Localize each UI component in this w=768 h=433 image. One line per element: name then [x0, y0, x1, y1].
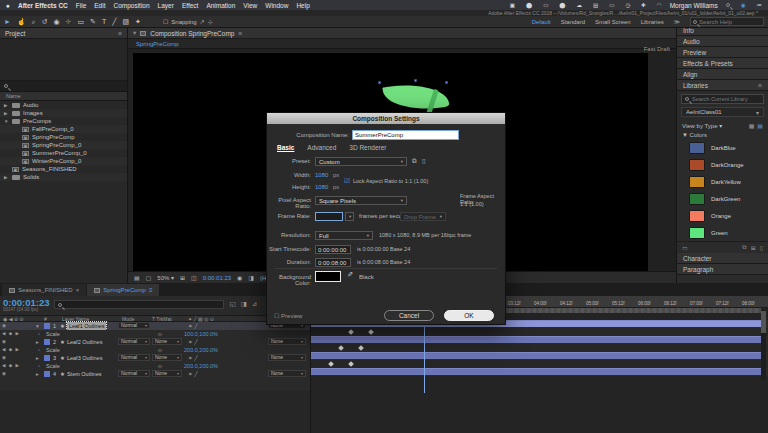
wifi-icon[interactable]: ◠	[657, 2, 662, 8]
screen-icon[interactable]: ▭	[609, 2, 614, 8]
layer-bar-leaf2[interactable]	[311, 336, 761, 343]
workspace-default[interactable]: Default	[532, 19, 551, 25]
stopwatch-icon[interactable]: ◔	[37, 330, 40, 338]
av-toggles[interactable]: ◉	[2, 322, 8, 330]
snapping-checkbox[interactable]: ☐	[163, 18, 168, 25]
snapshot-icon[interactable]: ◉	[237, 274, 242, 281]
lock-aspect-checkbox[interactable]: ☑	[344, 177, 350, 185]
layer-name[interactable]: Leaf1 Outlines	[67, 322, 106, 330]
tab-basic[interactable]: Basic	[277, 144, 294, 151]
camera-tool-icon[interactable]: ◉	[53, 16, 59, 27]
property-name[interactable]: Scale	[46, 362, 60, 370]
blend-mode-select[interactable]: Normal▾	[118, 322, 150, 329]
layer-name[interactable]: Leaf2 Outlines	[67, 338, 102, 346]
color-swatch[interactable]	[689, 227, 705, 239]
stopwatch-icon[interactable]: ◔	[37, 362, 40, 370]
help-search-box[interactable]: Search Help	[690, 17, 764, 26]
property-row-scale-leaf3[interactable]: ◀ ◆ ▶ ◔ Scale ∞ 200.0,200.0%	[0, 362, 310, 370]
width-value[interactable]: 1080	[315, 172, 328, 178]
monitor-icon[interactable]: ▭	[543, 2, 548, 8]
panel-character[interactable]: Character	[683, 255, 712, 262]
layer-switches[interactable]: ✦ ╱	[188, 322, 197, 330]
library-search-box[interactable]: Search Current Library	[681, 94, 764, 104]
snap-grid-icon[interactable]: ⊹	[208, 18, 213, 25]
layer-switches[interactable]: ✦ ╱	[188, 338, 197, 346]
zoom-tool-icon[interactable]: ⌕	[32, 16, 36, 27]
delete-icon[interactable]: ▯	[760, 244, 763, 251]
preview-checkbox[interactable]: ☐	[274, 313, 279, 319]
puppet-tool-icon[interactable]: ✦	[135, 16, 141, 27]
menu-effect[interactable]: Effect	[182, 2, 199, 9]
project-item-springprecomp0[interactable]: ▣ SpringPreComp_0	[0, 141, 127, 149]
comp-current-time[interactable]: 0:00:01:23	[203, 275, 231, 281]
ok-button[interactable]: OK	[444, 310, 494, 321]
brush-tool-icon[interactable]: ╱	[112, 16, 116, 27]
menu-help[interactable]: Help	[296, 2, 309, 9]
color-swatch[interactable]	[689, 159, 705, 171]
selection-handle[interactable]	[378, 81, 381, 84]
leaf-shape[interactable]	[382, 79, 449, 116]
selection-handle[interactable]	[445, 81, 448, 84]
composition-mini-flowchart-icon[interactable]: ◱	[229, 300, 235, 308]
layer-color-swatch[interactable]	[44, 371, 50, 377]
cloud-icon[interactable]: ☁	[577, 2, 583, 8]
plus-icon[interactable]: ✚	[641, 2, 646, 8]
mask-toggle-icon[interactable]: ◫	[191, 274, 197, 281]
screen-icon[interactable]: ▢	[146, 274, 152, 281]
property-row-scale-leaf1[interactable]: ◀ ◆ ▶ ◔ Scale ∞ 100.0,100.0%	[0, 330, 310, 338]
project-item-springprecomp[interactable]: ▣ SpringPreComp	[0, 133, 127, 141]
stamp-tool-icon[interactable]: ▨	[122, 16, 129, 27]
project-item-summerprecomp0[interactable]: ▣ SummerPreComp_0	[0, 149, 127, 157]
twirl-icon[interactable]: ▶	[4, 175, 9, 180]
color-item-darkorange[interactable]: DarkOrange	[677, 156, 768, 173]
color-item-darkblue[interactable]: DarkBlue	[677, 139, 768, 156]
record-icon[interactable]: ⬤	[526, 2, 532, 8]
spotlight-search-icon[interactable]	[726, 3, 730, 7]
siri-icon[interactable]: ◉	[741, 2, 746, 8]
background-color-swatch[interactable]	[315, 271, 341, 282]
property-name[interactable]: Scale	[46, 346, 60, 354]
color-item-orange[interactable]: Orange	[677, 207, 768, 224]
timeline-search-box[interactable]	[54, 300, 224, 309]
dialog-title[interactable]: Composition Settings	[267, 113, 505, 124]
keyframe-track-leaf2[interactable]	[311, 344, 768, 352]
twirl-icon[interactable]: ▾	[36, 322, 39, 330]
library-select[interactable]: AeIntClass01 ▾	[681, 107, 764, 117]
menu-view[interactable]: View	[243, 2, 257, 9]
selection-handle[interactable]	[414, 79, 417, 82]
keyframe-nav-icons[interactable]: ◀ ◆ ▶	[2, 346, 20, 354]
av-toggles[interactable]: ◉	[2, 354, 8, 362]
keyframe-diamond[interactable]	[338, 345, 344, 351]
workspace-small-screen[interactable]: Small Screen	[595, 19, 631, 25]
timeline-scrollbar[interactable]	[761, 310, 766, 380]
twirl-icon[interactable]: ▶	[4, 111, 9, 116]
workspace-overflow-icon[interactable]: ≫	[674, 18, 680, 25]
panel-menu-icon[interactable]: ≡	[149, 287, 153, 293]
keyframe-track-leaf3[interactable]	[311, 360, 768, 368]
grid-view-icon[interactable]: ▦	[749, 122, 755, 129]
delete-preset-icon[interactable]: ▯	[422, 157, 426, 165]
height-value[interactable]: 1080	[315, 184, 328, 190]
property-name[interactable]: Scale	[46, 330, 60, 338]
twirl-icon[interactable]: ▸	[36, 338, 39, 346]
duration-input[interactable]: 0:00:08:00	[315, 258, 351, 267]
tab-composition[interactable]: Composition SpringPreComp	[150, 30, 234, 37]
twirl-icon[interactable]: ▼	[4, 119, 9, 124]
constrain-link-icon[interactable]: ∞	[158, 362, 162, 370]
snap-angle-icon[interactable]: ↗	[200, 18, 205, 25]
blend-mode-select[interactable]: Normal▾	[118, 354, 150, 361]
keyframe-diamond[interactable]	[358, 345, 364, 351]
keyframe-diamond[interactable]	[348, 361, 354, 367]
keyframe-diamond[interactable]	[328, 361, 334, 367]
preset-select[interactable]: Custom▾	[315, 157, 407, 166]
project-item-winterprecomp0[interactable]: ▣ WinterPreComp_0	[0, 157, 127, 165]
colors-section-twirl[interactable]: ▼	[682, 132, 690, 138]
current-timecode[interactable]: 0:00:01:23	[3, 298, 49, 307]
color-item-green[interactable]: Green	[677, 224, 768, 241]
constrain-link-icon[interactable]: ∞	[158, 330, 162, 338]
dot-icon[interactable]: ⬤	[559, 2, 565, 8]
keyframe-diamond[interactable]	[368, 329, 374, 335]
menu-user[interactable]: Morgan Williams	[670, 2, 718, 9]
color-item-darkyellow[interactable]: DarkYellow	[677, 173, 768, 190]
property-value[interactable]: 100.0,100.0%	[168, 330, 218, 338]
